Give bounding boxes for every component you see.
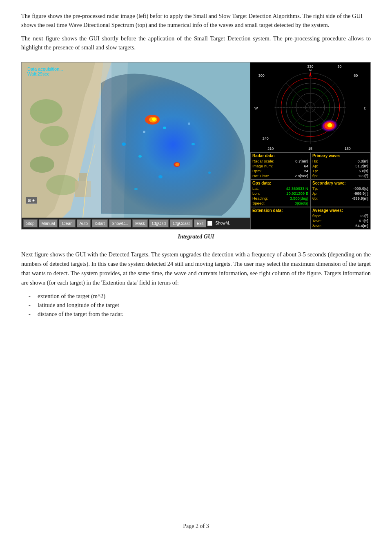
svg-point-15 <box>152 118 156 121</box>
primary-wave-title: Primary wave: <box>312 154 368 158</box>
svg-text:W: W <box>254 106 258 110</box>
figure-inner: Data acquisition... Wait:29sec ⊞ ◈ 330 <box>22 62 370 218</box>
svg-text:60: 60 <box>354 73 358 78</box>
average-waves-title: Average waves: <box>312 208 368 213</box>
mask-button[interactable]: Mask <box>132 219 148 227</box>
svg-point-17 <box>175 163 179 166</box>
svg-text:150: 150 <box>345 147 351 151</box>
list-item: distance of the target from the radar. <box>33 311 371 318</box>
radar-data-section: Radar data: Radar scale: 0.7[nm] Image n… <box>250 152 310 180</box>
extension-data-title: Extension data: <box>252 208 308 213</box>
theta-spr-row: θspr: 29[°] <box>312 214 368 218</box>
list-item: extention of the target (m^2) <box>33 293 371 300</box>
svg-point-22 <box>192 143 195 145</box>
cfgcoast-button[interactable]: CfgCoast <box>170 219 193 227</box>
svg-point-21 <box>134 188 138 190</box>
clean-button[interactable]: Clean <box>59 219 75 227</box>
secondary-wave-section: Secondary wave: Tp: -999.9[s] λp: -999.9… <box>310 180 370 207</box>
speed-row: Speed: 0[knots] <box>252 201 308 205</box>
page-number: Page 2 of 3 <box>0 523 392 530</box>
showc-button[interactable]: ShowC... <box>109 219 131 227</box>
auto-button[interactable]: Auto <box>77 219 91 227</box>
lon-row: Lon: 10.921209 E <box>252 191 308 196</box>
stop-button[interactable]: Stop <box>23 219 38 227</box>
svg-text:300: 300 <box>258 73 265 78</box>
body-para1: Next figure shows the GUI with the Detec… <box>21 250 371 288</box>
showm-label: ShowM. <box>215 221 230 225</box>
secondary-wave-title: Secondary wave: <box>312 181 368 185</box>
gps-data-title: Gps data: <box>252 181 308 185</box>
rot-time-row: Rot.Time: 2.9[sec] <box>252 174 308 178</box>
intro-para2: The next figure shows the GUI shortly be… <box>21 34 371 52</box>
svg-text:E: E <box>364 106 366 110</box>
exit-button[interactable]: Exit <box>194 219 207 227</box>
svg-point-25 <box>143 131 145 133</box>
rpm-row: Rpm: 24 <box>252 169 308 173</box>
showm-checkbox[interactable] <box>207 221 212 226</box>
gps-data-section: Gps data: Lat: 42.360933 N Lon: 10.92120… <box>250 180 310 207</box>
svg-point-53 <box>327 123 332 127</box>
heading-row: Heading: 3.500[deg] <box>252 196 308 200</box>
svg-text:15: 15 <box>308 147 312 151</box>
intro-para1: The figure shows the pre-processed radar… <box>21 11 371 30</box>
list-item: latitude and longitude of the target <box>33 302 371 309</box>
svg-point-24 <box>163 127 166 129</box>
rstart-button[interactable]: rStart <box>92 219 107 227</box>
map-panel: Data acquisition... Wait:29sec ⊞ ◈ <box>22 62 250 218</box>
bullet-list: extention of the target (m^2) latitude a… <box>33 293 371 318</box>
svg-text:30: 30 <box>338 65 342 69</box>
sec-thetap-row: θp: -999.9[m] <box>312 196 368 200</box>
thetap-row: θp: 129[°] <box>312 174 368 178</box>
svg-point-18 <box>122 142 126 146</box>
data-acquisition-label: Data acquisition... Wait:29sec <box>27 67 63 76</box>
average-waves-section: Average waves: θspr: 29[°] Tave: 6.1[s] … <box>310 207 370 229</box>
right-panel: 330 30 W E 15 210 150 300 60 240 <box>250 62 370 218</box>
hs-row: Hs: 0.8[m] <box>312 159 368 163</box>
sec-tp-row: Tp: -999.9[s] <box>312 186 368 191</box>
cfgosd-button[interactable]: CfgOsd <box>149 219 169 227</box>
radar-data-title: Radar data: <box>252 154 308 158</box>
showm-checkbox-container[interactable]: ShowM. <box>207 221 230 226</box>
svg-point-23 <box>208 171 211 174</box>
svg-text:210: 210 <box>267 147 274 151</box>
manual-button[interactable]: Manual <box>39 219 58 227</box>
svg-text:240: 240 <box>263 136 269 140</box>
data-grid: Radar data: Radar scale: 0.7[nm] Image n… <box>250 152 370 229</box>
spectrum-display: 330 30 W E 15 210 150 300 60 240 <box>250 62 370 152</box>
primary-wave-section: Primary wave: Hs: 0.8[m] Ap: 51.2[m] Tp:… <box>310 152 370 180</box>
svg-point-19 <box>138 155 142 158</box>
figure-caption: Integrated GUI <box>21 234 371 240</box>
spectrum-svg: 330 30 W E 15 210 150 300 60 240 <box>250 62 370 152</box>
image-num-row: Image num: 64 <box>252 164 308 168</box>
svg-point-26 <box>188 122 190 125</box>
map-controls[interactable]: ⊞ ◈ <box>26 197 37 204</box>
svg-text:N: N <box>309 68 312 71</box>
radar-sweep-overlay <box>22 62 250 218</box>
lat-row: Lat: 42.360933 N <box>252 186 308 191</box>
svg-point-20 <box>158 175 163 178</box>
tave-row: Tave: 6.1[s] <box>312 218 368 223</box>
extension-data-section: Extension data: <box>250 207 310 229</box>
ap-row: Ap: 51.2[m] <box>312 164 368 168</box>
tp-row: Tp: 5.8[s] <box>312 169 368 173</box>
radar-scale-row: Radar scale: 0.7[nm] <box>252 159 308 163</box>
lave-row: λave: 54.4[m] <box>312 223 368 228</box>
sec-lp-row: λp: -999.9[°] <box>312 191 368 196</box>
figure-container: Data acquisition... Wait:29sec ⊞ ◈ 330 <box>21 62 371 229</box>
page: The figure shows the pre-processed radar… <box>0 0 392 541</box>
